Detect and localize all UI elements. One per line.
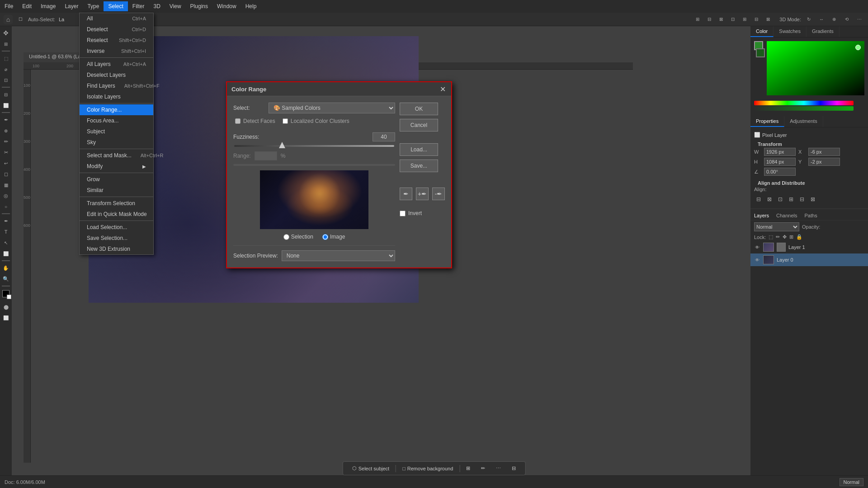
detect-faces-checkbox[interactable] <box>235 118 241 124</box>
menu-item-sky[interactable]: Sky <box>80 137 153 148</box>
tab-properties[interactable]: Properties <box>750 116 784 127</box>
menu-item-alllayers[interactable]: All Layers Alt+Ctrl+A <box>80 59 153 70</box>
select-subject-button[interactable]: ⬡ Select subject <box>348 464 394 473</box>
align-left-btn[interactable]: ⊟ <box>754 195 763 204</box>
lock-pixels-icon[interactable]: ✏ <box>776 234 780 240</box>
quick-mask-icon[interactable]: ⬤ <box>1 302 11 312</box>
menu-item-quickmask[interactable]: Edit in Quick Mask Mode <box>80 209 153 220</box>
menu-item-saveselection[interactable]: Save Selection... <box>80 233 153 244</box>
lock-transparent-icon[interactable]: ⬚ <box>769 234 773 240</box>
transform-angle-input[interactable] <box>764 168 796 176</box>
zoom-tool[interactable]: 🔍 <box>1 274 11 284</box>
3d-rotate-icon[interactable]: ↻ <box>804 14 814 24</box>
menu-item-all[interactable]: All Ctrl+A <box>80 13 153 24</box>
menu-item-similar[interactable]: Similar <box>80 185 153 196</box>
localized-color-checkbox[interactable] <box>283 118 288 124</box>
menu-filter[interactable]: Filter <box>128 1 149 11</box>
menu-item-deselect[interactable]: Deselect Ctrl+D <box>80 24 153 35</box>
blur-tool[interactable]: ◎ <box>1 191 11 201</box>
align-left-icon[interactable]: ⊞ <box>693 14 703 24</box>
layer-item-1[interactable]: 👁 Layer 1 <box>750 241 868 253</box>
menu-item-modify[interactable]: Modify ▶ <box>80 161 153 172</box>
menu-item-findlayers[interactable]: Find Layers Alt+Shift+Ctrl+F <box>80 80 153 91</box>
path-select-tool[interactable]: ↖ <box>1 238 11 248</box>
collapse-button[interactable]: ⊟ <box>507 464 520 473</box>
menu-item-inverse[interactable]: Inverse Shift+Ctrl+I <box>80 46 153 56</box>
align-top-icon[interactable]: ⊡ <box>728 14 738 24</box>
align-center-icon[interactable]: ⊟ <box>704 14 714 24</box>
extras-icon[interactable]: ⋯ <box>854 14 864 24</box>
image-radio-label[interactable]: Image <box>322 234 345 240</box>
menu-view[interactable]: View <box>165 1 186 11</box>
eraser-tool[interactable]: ◻ <box>1 169 11 179</box>
slider-thumb[interactable] <box>279 142 285 148</box>
select-dropdown[interactable]: 🎨 Sampled Colors <box>269 103 395 113</box>
tab-color[interactable]: Color <box>750 26 774 37</box>
crop-expand-button[interactable]: ⊞ <box>462 464 475 473</box>
tab-paths[interactable]: Paths <box>805 213 817 218</box>
align-middle-icon[interactable]: ⊞ <box>740 14 750 24</box>
localized-color-label[interactable]: Localized Color Clusters <box>283 118 349 124</box>
3d-pan-icon[interactable]: ↔ <box>816 14 826 24</box>
crop-tool[interactable]: ⊟ <box>1 89 11 99</box>
menu-item-grow[interactable]: Grow <box>80 174 153 185</box>
background-swatch[interactable] <box>756 48 765 57</box>
menu-help[interactable]: Help <box>241 1 261 11</box>
transform-h-input[interactable] <box>764 158 796 166</box>
cancel-button[interactable]: Cancel <box>400 119 438 131</box>
menu-edit[interactable]: Edit <box>18 1 36 11</box>
transform-y-input[interactable] <box>808 158 840 166</box>
lasso-tool[interactable]: ⌀ <box>1 64 11 74</box>
transform-x-input[interactable] <box>808 148 840 156</box>
tab-channels[interactable]: Channels <box>776 213 797 218</box>
transform-w-input[interactable] <box>764 148 796 156</box>
history-brush-tool[interactable]: ↩ <box>1 158 11 168</box>
clone-tool[interactable]: ✂ <box>1 147 11 157</box>
menu-layer[interactable]: Layer <box>60 1 83 11</box>
align-right-btn[interactable]: ⊡ <box>776 195 785 204</box>
menu-type[interactable]: Type <box>83 1 104 11</box>
screen-mode-icon[interactable]: ⬜ <box>1 313 11 323</box>
type-tool[interactable]: T <box>1 227 11 237</box>
menu-item-colorrange[interactable]: Color Range... <box>80 104 153 115</box>
selection-preview-select[interactable]: None <box>282 250 395 261</box>
align-right-icon[interactable]: ⊠ <box>716 14 726 24</box>
tab-gradients[interactable]: Gradients <box>807 26 840 37</box>
move-tool[interactable]: ✥ <box>1 28 11 38</box>
dialog-close-button[interactable]: ✕ <box>439 85 447 93</box>
load-button[interactable]: Load... <box>400 143 438 156</box>
blend-mode-select[interactable]: Normal <box>754 222 799 231</box>
ok-button[interactable]: OK <box>400 103 438 115</box>
menu-item-reselect[interactable]: Reselect Shift+Ctrl+D <box>80 35 153 46</box>
detect-faces-label[interactable]: Detect Faces <box>235 118 275 124</box>
artboard-tool[interactable]: ⊞ <box>1 39 11 49</box>
selection-radio-label[interactable]: Selection <box>283 234 313 240</box>
tab-swatches[interactable]: Swatches <box>774 26 807 37</box>
shape-tool[interactable]: ⬜ <box>1 249 11 258</box>
home-icon[interactable]: ⌂ <box>4 15 13 24</box>
3d-zoom-icon[interactable]: ⊕ <box>829 14 839 24</box>
menu-image[interactable]: Image <box>36 1 60 11</box>
menu-item-deselectlayers[interactable]: Deselect Layers <box>80 70 153 80</box>
dodge-tool[interactable]: ○ <box>1 202 11 211</box>
layer-item-0[interactable]: 👁 Layer 0 <box>750 253 868 266</box>
align-center-btn[interactable]: ⊠ <box>765 195 774 204</box>
menu-item-isolatelayers[interactable]: Isolate Layers <box>80 91 153 102</box>
quick-edit-button[interactable]: ✏ <box>476 464 490 473</box>
gradient-tool[interactable]: ▦ <box>1 180 11 190</box>
distribute-icon[interactable]: ⊠ <box>763 14 773 24</box>
menu-item-selectandmask[interactable]: Select and Mask... Alt+Ctrl+R <box>80 150 153 161</box>
foreground-color[interactable] <box>2 290 9 297</box>
background-color[interactable] <box>7 295 11 299</box>
hue-slider[interactable] <box>754 101 854 105</box>
object-select-tool[interactable]: ⊡ <box>1 75 11 85</box>
eyedropper-tool[interactable]: ✒ <box>1 115 11 125</box>
eyedropper-add-button[interactable]: +✒ <box>416 188 429 200</box>
hand-tool[interactable]: ✋ <box>1 263 11 273</box>
align-top-btn[interactable]: ⊞ <box>787 195 796 204</box>
lock-all-icon[interactable]: 🔒 <box>796 234 802 240</box>
menu-window[interactable]: Window <box>212 1 241 11</box>
remove-background-button[interactable]: □ Remove background <box>398 464 458 473</box>
align-middle-btn[interactable]: ⊟ <box>797 195 807 204</box>
menu-item-loadselection[interactable]: Load Selection... <box>80 222 153 233</box>
